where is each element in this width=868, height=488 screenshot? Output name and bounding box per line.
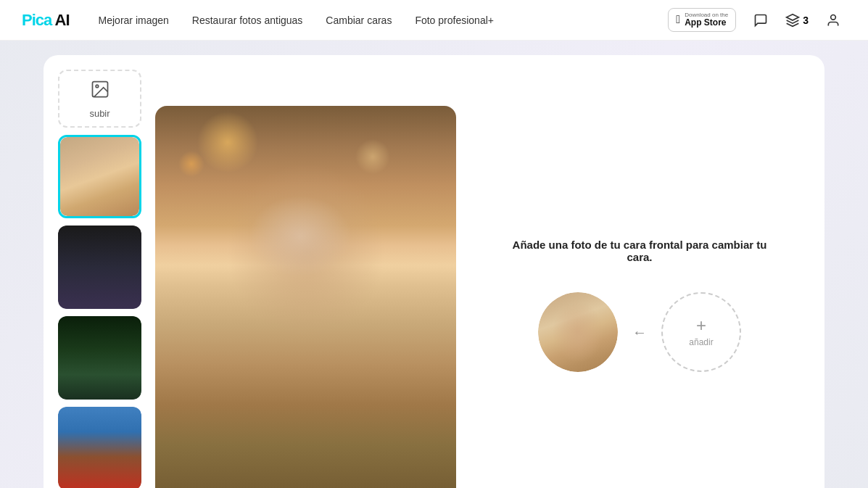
app-store-label: App Store bbox=[685, 18, 728, 28]
header: Pica AI Mejorar imagen Restaurar fotos a… bbox=[0, 0, 868, 41]
main-nav: Mejorar imagen Restaurar fotos antiguas … bbox=[99, 15, 669, 26]
upload-label: subir bbox=[89, 108, 109, 119]
svg-point-0 bbox=[831, 15, 836, 20]
app-store-button[interactable]:  Download on the App Store bbox=[668, 8, 736, 33]
main-image-area bbox=[153, 70, 458, 488]
nav-mejorar[interactable]: Mejorar imagen bbox=[99, 15, 169, 26]
thumbnail-2[interactable] bbox=[58, 226, 141, 309]
upload-icon bbox=[90, 79, 110, 104]
arrow-left-icon: ← bbox=[632, 324, 647, 341]
thumbnail-4[interactable] bbox=[58, 407, 141, 488]
add-label: añadir bbox=[689, 337, 713, 347]
right-panel: Añade una foto de tu cara frontal para c… bbox=[469, 70, 810, 488]
main-photo bbox=[155, 106, 456, 488]
credits-badge[interactable]: 3 bbox=[785, 13, 809, 28]
face-swap-row: ← + añadir bbox=[538, 292, 741, 372]
content-card: subir Añade una foto de tu cara bbox=[44, 55, 824, 488]
svg-point-2 bbox=[96, 85, 99, 88]
store-text: Download on the App Store bbox=[685, 12, 728, 28]
nav-foto[interactable]: Foto profesional+ bbox=[415, 15, 494, 26]
upload-button[interactable]: subir bbox=[58, 70, 141, 128]
credits-count: 3 bbox=[803, 15, 809, 26]
logo[interactable]: Pica AI bbox=[22, 11, 70, 30]
thumbnail-1[interactable] bbox=[58, 135, 141, 218]
nav-cambiar[interactable]: Cambiar caras bbox=[326, 15, 392, 26]
thumbnail-3[interactable] bbox=[58, 316, 141, 400]
messages-button[interactable] bbox=[748, 7, 774, 33]
sidebar: subir bbox=[58, 70, 141, 488]
nav-restaurar[interactable]: Restaurar fotos antiguas bbox=[192, 15, 303, 26]
apple-icon:  bbox=[676, 13, 680, 26]
header-actions:  Download on the App Store 3 bbox=[668, 7, 846, 33]
user-profile-button[interactable] bbox=[820, 7, 846, 33]
add-face-button[interactable]: + añadir bbox=[661, 292, 741, 372]
main-container: subir Añade una foto de tu cara bbox=[0, 41, 868, 488]
plus-icon: + bbox=[696, 317, 706, 334]
instruction-text: Añade una foto de tu cara frontal para c… bbox=[509, 239, 770, 263]
source-face-circle bbox=[538, 292, 618, 372]
